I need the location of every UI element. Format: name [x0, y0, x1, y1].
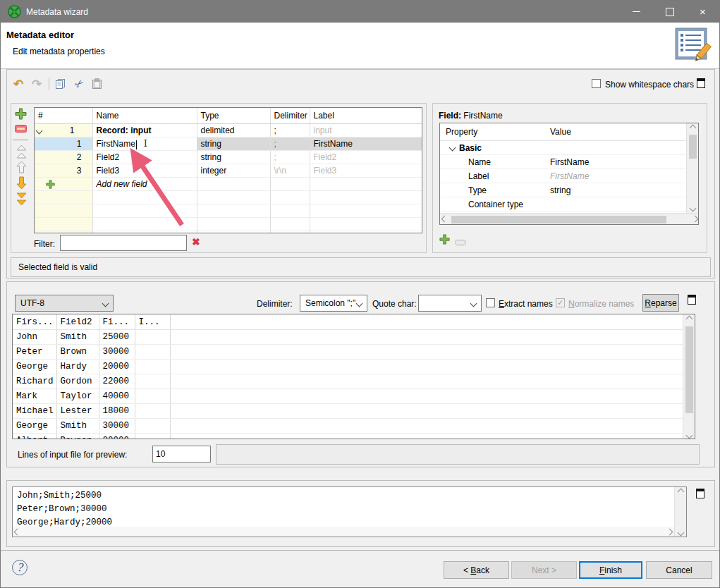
back-button[interactable]: < Back — [444, 561, 509, 579]
maximize-panel-icon[interactable] — [697, 78, 705, 88]
minimize-button[interactable] — [620, 1, 653, 23]
scroll-right-icon[interactable] — [666, 528, 673, 535]
field-type-cell[interactable]: string — [197, 151, 270, 164]
preview-column-header[interactable]: I... — [135, 314, 170, 330]
property-group-row[interactable]: Basic — [440, 141, 686, 155]
record-name-cell[interactable]: Record: input — [92, 124, 197, 137]
field-name-cell[interactable]: FirstNameI — [92, 137, 197, 151]
title-bar[interactable]: Metadata wizard × — [1, 1, 719, 23]
preview-lines-input[interactable] — [152, 446, 211, 463]
show-whitespace-checkbox[interactable] — [592, 79, 601, 88]
field-name-cell[interactable]: Field2 — [92, 151, 197, 164]
property-name-cell: Name — [440, 155, 544, 169]
scroll-down-icon[interactable] — [689, 205, 696, 212]
field-type-cell[interactable]: string — [197, 137, 270, 151]
maximize-panel-icon[interactable] — [696, 489, 704, 498]
property-value-cell[interactable] — [544, 197, 686, 212]
add-property-button[interactable] — [439, 234, 450, 247]
property-column-header[interactable]: Property — [440, 123, 544, 141]
scrollbar-thumb[interactable] — [689, 135, 697, 159]
record-label-cell[interactable]: input — [310, 124, 422, 137]
properties-horizontal-scrollbar[interactable] — [440, 213, 699, 224]
field-label-cell[interactable]: Field2 — [310, 151, 422, 164]
collapse-chevron-icon[interactable] — [449, 145, 456, 152]
property-value-cell[interactable]: FirstName — [544, 169, 686, 183]
scrollbar-thumb[interactable] — [685, 326, 693, 413]
scroll-down-icon[interactable] — [677, 529, 684, 537]
preview-column-header[interactable]: Fi... — [99, 314, 135, 330]
scroll-down-icon[interactable] — [685, 432, 692, 439]
record-number: 1 — [70, 125, 75, 135]
field-name-cell[interactable]: Field3 — [92, 164, 197, 178]
redo-button[interactable]: ↷ — [29, 76, 44, 92]
scroll-right-icon[interactable] — [692, 216, 699, 223]
value-column-header[interactable]: Value — [544, 123, 686, 141]
col-header-delimiter[interactable]: Delimiter — [270, 108, 310, 124]
delimiter-select[interactable]: Semicolon ";" — [300, 295, 367, 312]
field-row[interactable]: 1FirstNameIstring;FirstName — [35, 137, 422, 151]
normalize-names-checkbox[interactable]: ✓ — [556, 298, 565, 307]
record-row[interactable]: 1 Record: input delimited ; input — [35, 124, 422, 137]
raw-preview-textarea[interactable]: John;Smith;25000Peter;Brown;30000George;… — [12, 486, 687, 537]
extract-names-checkbox[interactable] — [486, 298, 495, 307]
raw-vertical-scrollbar[interactable] — [674, 487, 686, 537]
record-type-cell[interactable]: delimited — [197, 124, 270, 137]
properties-vertical-scrollbar[interactable] — [686, 123, 698, 213]
scrollbar-thumb[interactable] — [451, 216, 666, 223]
maximize-panel-icon[interactable] — [688, 295, 696, 305]
finish-button[interactable]: Finish — [579, 561, 642, 579]
field-label-cell[interactable]: Field3 — [310, 164, 422, 178]
remove-field-button[interactable] — [15, 125, 27, 135]
scroll-up-icon[interactable] — [689, 125, 696, 132]
field-delimiter-cell[interactable]: ; — [270, 151, 310, 164]
undo-button[interactable]: ↶ — [11, 76, 26, 92]
property-row[interactable]: LabelFirstName — [440, 169, 686, 183]
cancel-button[interactable]: Cancel — [646, 561, 712, 579]
move-top-button[interactable] — [16, 144, 28, 161]
property-row[interactable]: NameFirstName — [440, 155, 686, 169]
move-bottom-button[interactable] — [16, 192, 28, 208]
paste-button[interactable] — [89, 76, 104, 92]
expand-chevron-icon[interactable] — [36, 127, 43, 134]
property-value-cell[interactable]: string — [544, 183, 686, 197]
clear-filter-button[interactable]: ✖ — [192, 236, 200, 247]
copy-button[interactable] — [53, 76, 68, 92]
preview-column-header[interactable]: Firs... — [13, 314, 56, 330]
move-down-button[interactable] — [16, 176, 28, 192]
reparse-button[interactable]: Reparse — [642, 294, 679, 312]
remove-property-button[interactable] — [456, 238, 465, 247]
preview-column-header[interactable]: Field2 — [56, 314, 99, 330]
filter-input[interactable] — [60, 235, 187, 251]
add-field-button[interactable] — [15, 108, 27, 122]
scroll-left-icon[interactable] — [14, 528, 21, 535]
property-value-cell[interactable]: FirstName — [544, 155, 686, 169]
field-type-cell[interactable]: integer — [197, 164, 270, 178]
next-button[interactable]: Next > — [511, 561, 577, 579]
scroll-left-icon[interactable] — [441, 216, 449, 223]
add-new-field-label[interactable]: Add new field — [92, 178, 197, 191]
quote-char-select[interactable] — [418, 295, 482, 312]
help-button[interactable]: ? — [12, 560, 28, 575]
record-delimiter-cell[interactable]: ; — [270, 124, 310, 137]
scroll-up-icon[interactable] — [685, 316, 692, 323]
close-button[interactable]: × — [686, 1, 719, 23]
field-label-cell[interactable]: FirstName — [310, 137, 422, 151]
field-row[interactable]: 3Field3integer\r\nField3 — [35, 164, 422, 178]
scroll-up-icon[interactable] — [677, 489, 684, 496]
cut-button[interactable]: ✂ — [71, 76, 87, 92]
col-header-label[interactable]: Label — [310, 108, 422, 124]
move-up-button[interactable] — [16, 161, 28, 176]
encoding-select[interactable]: UTF-8 — [15, 295, 114, 312]
maximize-button[interactable] — [653, 1, 686, 23]
property-row[interactable]: Container type — [440, 197, 686, 212]
add-new-field-row[interactable]: Add new field — [35, 178, 422, 191]
col-header-type[interactable]: Type — [197, 108, 270, 124]
property-row[interactable]: Typestring — [440, 183, 686, 197]
raw-horizontal-scrollbar[interactable] — [13, 527, 674, 537]
field-delimiter-cell[interactable]: \r\n — [270, 164, 310, 178]
field-row[interactable]: 2Field2string;Field2 — [35, 151, 422, 164]
col-header-name[interactable]: Name — [92, 108, 197, 124]
col-header-num[interactable]: # — [35, 108, 92, 124]
field-delimiter-cell[interactable]: ; — [270, 137, 310, 151]
preview-vertical-scrollbar[interactable] — [683, 314, 695, 439]
